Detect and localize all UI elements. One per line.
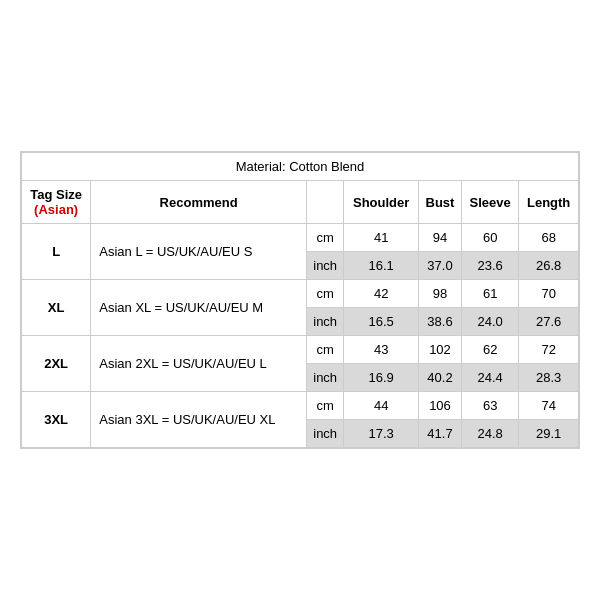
column-header-row: Tag Size (Asian) Recommend Shoulder Bust… bbox=[22, 181, 579, 224]
bust-cm-xl: 98 bbox=[418, 280, 461, 308]
length-inch-l: 26.8 bbox=[519, 252, 579, 280]
unit-inch-l: inch bbox=[306, 252, 343, 280]
sleeve-cm-l: 60 bbox=[462, 224, 519, 252]
recommend-2xl: Asian 2XL = US/UK/AU/EU L bbox=[91, 336, 307, 392]
sleeve-inch-3xl: 24.8 bbox=[462, 420, 519, 448]
tag-l: L bbox=[22, 224, 91, 280]
tag-size-sub: (Asian) bbox=[34, 202, 78, 217]
bust-cm-3xl: 106 bbox=[418, 392, 461, 420]
bust-inch-l: 37.0 bbox=[418, 252, 461, 280]
tag-size-label: Tag Size bbox=[30, 187, 82, 202]
bust-inch-xl: 38.6 bbox=[418, 308, 461, 336]
unit-inch-3xl: inch bbox=[306, 420, 343, 448]
length-cm-xl: 70 bbox=[519, 280, 579, 308]
size-chart-table: Material: Cotton Blend Tag Size (Asian) … bbox=[21, 152, 579, 448]
length-cm-3xl: 74 bbox=[519, 392, 579, 420]
sleeve-header: Sleeve bbox=[462, 181, 519, 224]
sleeve-cm-2xl: 62 bbox=[462, 336, 519, 364]
bust-header: Bust bbox=[418, 181, 461, 224]
bust-cm-l: 94 bbox=[418, 224, 461, 252]
shoulder-inch-3xl: 17.3 bbox=[344, 420, 418, 448]
length-inch-3xl: 29.1 bbox=[519, 420, 579, 448]
length-inch-xl: 27.6 bbox=[519, 308, 579, 336]
table-row: 3XL Asian 3XL = US/UK/AU/EU XL cm 44 106… bbox=[22, 392, 579, 420]
sleeve-cm-xl: 61 bbox=[462, 280, 519, 308]
unit-inch-2xl: inch bbox=[306, 364, 343, 392]
recommend-header: Recommend bbox=[91, 181, 307, 224]
recommend-xl: Asian XL = US/UK/AU/EU M bbox=[91, 280, 307, 336]
unit-cm-3xl: cm bbox=[306, 392, 343, 420]
table-row: XL Asian XL = US/UK/AU/EU M cm 42 98 61 … bbox=[22, 280, 579, 308]
shoulder-header: Shoulder bbox=[344, 181, 418, 224]
unit-cm-2xl: cm bbox=[306, 336, 343, 364]
tag-xl: XL bbox=[22, 280, 91, 336]
title-row: Material: Cotton Blend bbox=[22, 153, 579, 181]
shoulder-cm-l: 41 bbox=[344, 224, 418, 252]
tag-2xl: 2XL bbox=[22, 336, 91, 392]
shoulder-cm-xl: 42 bbox=[344, 280, 418, 308]
unit-cm-xl: cm bbox=[306, 280, 343, 308]
table-row: 2XL Asian 2XL = US/UK/AU/EU L cm 43 102 … bbox=[22, 336, 579, 364]
length-inch-2xl: 28.3 bbox=[519, 364, 579, 392]
bust-inch-3xl: 41.7 bbox=[418, 420, 461, 448]
length-header: Length bbox=[519, 181, 579, 224]
shoulder-inch-xl: 16.5 bbox=[344, 308, 418, 336]
unit-cm-l: cm bbox=[306, 224, 343, 252]
sleeve-inch-xl: 24.0 bbox=[462, 308, 519, 336]
unit-inch-xl: inch bbox=[306, 308, 343, 336]
shoulder-inch-l: 16.1 bbox=[344, 252, 418, 280]
table-row: L Asian L = US/UK/AU/EU S cm 41 94 60 68 bbox=[22, 224, 579, 252]
sleeve-cm-3xl: 63 bbox=[462, 392, 519, 420]
bust-inch-2xl: 40.2 bbox=[418, 364, 461, 392]
size-chart-wrapper: Material: Cotton Blend Tag Size (Asian) … bbox=[20, 151, 580, 449]
unit-header bbox=[306, 181, 343, 224]
recommend-l: Asian L = US/UK/AU/EU S bbox=[91, 224, 307, 280]
tag-3xl: 3XL bbox=[22, 392, 91, 448]
bust-cm-2xl: 102 bbox=[418, 336, 461, 364]
recommend-3xl: Asian 3XL = US/UK/AU/EU XL bbox=[91, 392, 307, 448]
sleeve-inch-2xl: 24.4 bbox=[462, 364, 519, 392]
length-cm-l: 68 bbox=[519, 224, 579, 252]
shoulder-cm-3xl: 44 bbox=[344, 392, 418, 420]
table-title: Material: Cotton Blend bbox=[22, 153, 579, 181]
sleeve-inch-l: 23.6 bbox=[462, 252, 519, 280]
length-cm-2xl: 72 bbox=[519, 336, 579, 364]
shoulder-inch-2xl: 16.9 bbox=[344, 364, 418, 392]
tag-size-header: Tag Size (Asian) bbox=[22, 181, 91, 224]
shoulder-cm-2xl: 43 bbox=[344, 336, 418, 364]
